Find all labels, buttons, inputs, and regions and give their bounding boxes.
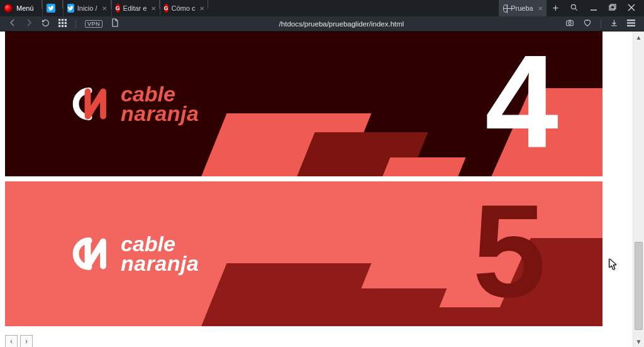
app-menu-label: Menú (16, 4, 34, 12)
svg-rect-16 (567, 21, 574, 26)
svg-rect-9 (65, 19, 67, 21)
separator (75, 20, 76, 28)
tab-label: Inicio / (77, 4, 97, 12)
svg-rect-14 (62, 25, 64, 26)
glider-prev-button[interactable]: ‹ (5, 335, 18, 347)
search-icon[interactable] (570, 3, 579, 14)
tab-label: Editar e (123, 4, 147, 12)
svg-rect-21 (627, 22, 635, 23)
scroll-thumb[interactable] (635, 242, 643, 330)
close-icon[interactable] (628, 4, 635, 13)
chevron-left-icon: ‹ (10, 337, 13, 346)
svg-rect-10 (58, 21, 60, 23)
scroll-down-icon[interactable]: ▼ (633, 336, 644, 347)
tab-prueba-active[interactable]: Prueba ✕ (499, 0, 547, 16)
back-icon[interactable] (9, 19, 16, 28)
glider-track: cable naranja 4 cable (5, 31, 633, 331)
brand: cable naranja (68, 82, 199, 126)
brand: cable naranja (68, 232, 199, 276)
close-icon[interactable]: ✕ (198, 5, 204, 12)
forward-icon[interactable] (25, 19, 33, 28)
cn-favicon-icon: G (116, 4, 120, 13)
url-text: /htdocs/prueba/pruebaglider/index.html (279, 20, 404, 28)
slide-number: 5 (472, 185, 546, 317)
sidebar-icon[interactable] (627, 19, 635, 29)
svg-rect-4 (611, 4, 616, 9)
toolbar-left: VPN (0, 18, 126, 29)
glider-next-button[interactable]: › (20, 335, 33, 347)
tab-twitter-0[interactable] (42, 0, 62, 16)
file-icon[interactable] (111, 18, 119, 29)
titlebar: Menú Inicio / ✕ G Editar e ✕ G Cómo c ✕ … (0, 0, 644, 16)
toolbar-right (557, 18, 644, 29)
svg-line-1 (575, 8, 577, 10)
cn-logo-icon (68, 232, 112, 276)
download-icon[interactable] (610, 19, 618, 29)
tab-label: Prueba (511, 4, 533, 12)
close-icon[interactable]: ✕ (536, 5, 543, 12)
tab-cn-como[interactable]: G Cómo c ✕ (160, 0, 208, 16)
page-viewport: cable naranja 4 cable (0, 31, 644, 347)
close-icon[interactable]: ✕ (150, 5, 156, 12)
twitter-icon (47, 4, 55, 13)
vpn-badge[interactable]: VPN (85, 20, 103, 28)
vertical-scrollbar[interactable]: ▲ ▼ (633, 31, 644, 347)
tab-twitter-inicio[interactable]: Inicio / ✕ (63, 0, 111, 16)
new-tab-button[interactable]: + (547, 0, 565, 16)
window-controls (565, 0, 644, 16)
address-bar[interactable]: /htdocs/prueba/pruebaglider/index.html (126, 20, 557, 28)
opera-logo-icon (4, 4, 13, 13)
tab-cn-editar[interactable]: G Editar e ✕ (111, 0, 159, 16)
plus-icon: + (553, 3, 558, 14)
slide-4: cable naranja 4 (5, 31, 602, 176)
tab-label: Cómo c (172, 4, 196, 12)
svg-rect-15 (65, 25, 67, 26)
brand-line2: naranja (121, 251, 199, 275)
svg-rect-20 (627, 20, 635, 21)
separator (601, 20, 601, 28)
svg-point-0 (571, 4, 575, 9)
globe-icon (503, 4, 508, 13)
svg-rect-7 (58, 19, 60, 21)
svg-rect-3 (609, 6, 614, 10)
brand-text: cable naranja (121, 234, 199, 273)
brand-text: cable naranja (121, 84, 199, 123)
maximize-icon[interactable] (609, 4, 616, 13)
svg-rect-13 (58, 25, 60, 26)
slide-number: 4 (485, 35, 558, 168)
toolbar: VPN /htdocs/prueba/pruebaglider/index.ht… (0, 16, 644, 31)
svg-rect-11 (62, 21, 64, 23)
camera-icon[interactable] (565, 18, 574, 29)
svg-point-17 (569, 22, 571, 25)
svg-rect-22 (627, 25, 635, 26)
scroll-track[interactable] (633, 43, 644, 336)
scroll-up-icon[interactable]: ▲ (633, 31, 644, 43)
glider-nav: ‹ › (5, 335, 33, 347)
reload-icon[interactable] (42, 19, 50, 29)
content-area: cable naranja 4 cable (0, 31, 633, 347)
svg-rect-12 (65, 21, 67, 23)
close-icon[interactable]: ✕ (101, 5, 107, 12)
spacer (208, 0, 499, 16)
slide-5: cable naranja 5 (5, 181, 602, 326)
brand-line2: naranja (121, 101, 199, 125)
cn-favicon-icon: G (164, 4, 169, 13)
heart-icon[interactable] (583, 18, 592, 29)
minimize-icon[interactable] (590, 4, 597, 13)
twitter-icon (67, 4, 74, 13)
speed-dial-icon[interactable] (58, 19, 67, 29)
chevron-right-icon: › (25, 337, 28, 346)
svg-rect-8 (62, 19, 64, 21)
cn-logo-icon (68, 82, 112, 126)
app-menu-button[interactable]: Menú (0, 0, 42, 16)
